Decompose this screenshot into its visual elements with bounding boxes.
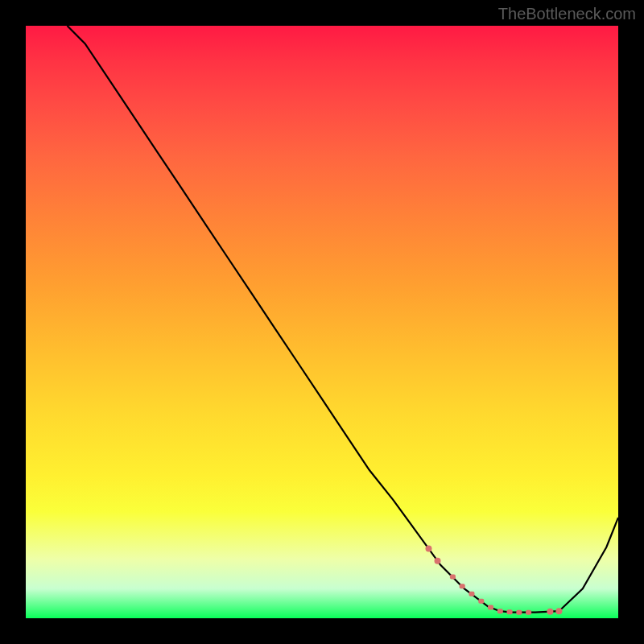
svg-rect-3	[460, 584, 465, 588]
svg-rect-6	[488, 605, 493, 609]
bottleneck-curve	[68, 26, 619, 613]
plot-area	[26, 26, 618, 618]
svg-rect-8	[507, 609, 513, 614]
svg-point-0	[425, 546, 431, 552]
svg-rect-4	[469, 592, 474, 597]
svg-rect-2	[450, 574, 456, 579]
svg-rect-9	[516, 610, 522, 615]
watermark-text: TheBottleneck.com	[498, 5, 636, 23]
svg-point-1	[435, 558, 441, 564]
svg-rect-7	[497, 609, 503, 613]
optimal-region-markers	[425, 546, 562, 615]
svg-rect-5	[478, 599, 484, 604]
chart-container: TheBottleneck.com	[0, 0, 644, 644]
curve-svg	[26, 26, 618, 618]
svg-rect-10	[526, 610, 531, 615]
svg-point-11	[547, 609, 553, 615]
svg-point-12	[555, 608, 562, 614]
